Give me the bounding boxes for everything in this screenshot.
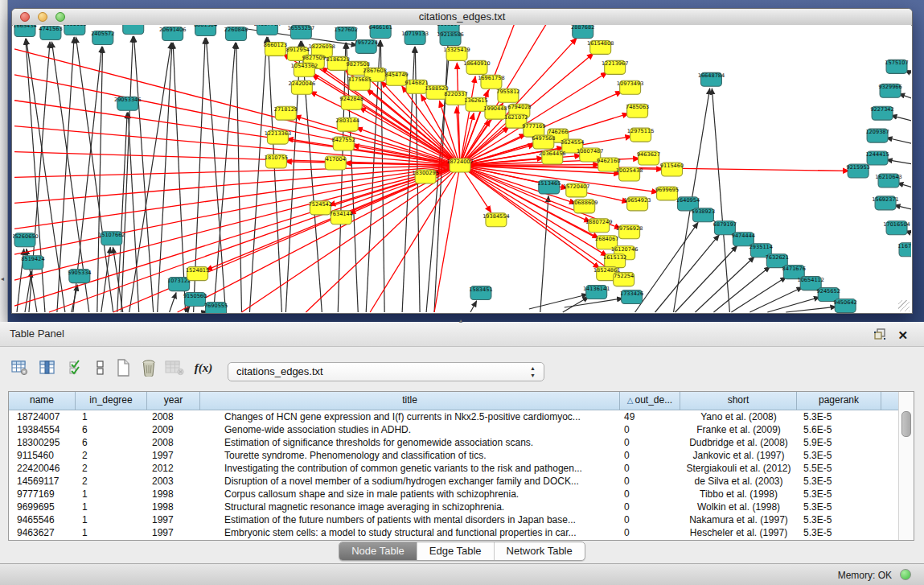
graph-node[interactable]: 19654923 — [624, 197, 651, 211]
graph-node[interactable]: 7955812 — [496, 89, 519, 102]
graph-node[interactable]: 18724007 — [446, 159, 474, 172]
graph-node[interactable]: 19756928 — [616, 225, 643, 239]
table-settings-icon[interactable] — [10, 357, 31, 378]
graph-node[interactable]: 9699695 — [655, 187, 679, 200]
graph-node[interactable]: 1583451 — [469, 286, 492, 300]
window-titlebar[interactable]: citations_edges.txt — [12, 9, 912, 26]
graph-node[interactable]: 2887682 — [571, 25, 594, 38]
table-cell[interactable]: 5.3E-5 — [797, 526, 881, 539]
close-panel-icon[interactable]: ✕ — [897, 329, 908, 342]
graph-node[interactable]: 7485063 — [626, 104, 649, 117]
table-cell[interactable]: 1997 — [147, 513, 200, 526]
graph-node[interactable]: 8427552 — [332, 137, 355, 150]
graph-node[interactable]: 22420046 — [289, 80, 316, 94]
table-cell[interactable]: 0 — [620, 526, 680, 539]
graph-node[interactable]: 6497568 — [532, 135, 555, 149]
graph-node[interactable]: 9215953 — [846, 164, 869, 178]
table-cell[interactable]: 5.3E-5 — [797, 501, 881, 513]
tab-network-table[interactable]: Network Table — [494, 542, 585, 560]
graph-node[interactable]: 16154808 — [587, 40, 614, 54]
graph-node[interactable]: 20364456 — [539, 150, 566, 164]
table-cell[interactable]: 1998 — [147, 488, 200, 501]
table-cell[interactable]: 1998 — [147, 501, 200, 513]
graph-node[interactable]: 1615132 — [603, 254, 626, 268]
table-cell[interactable]: 1997 — [147, 449, 200, 462]
table-cell[interactable]: 9115460 — [9, 449, 76, 462]
graph-node[interactable]: 29053346 — [114, 97, 142, 110]
graph-node[interactable]: 12213967 — [602, 60, 629, 74]
graph-node[interactable]: 7957224 — [355, 39, 378, 53]
table-cell[interactable]: 1 — [76, 526, 147, 539]
table-row[interactable]: 2242004622012Investigating the contribut… — [9, 462, 914, 475]
table-cell[interactable]: 2009 — [147, 423, 200, 436]
table-cell[interactable]: Estimation of significance thresholds fo… — [200, 436, 620, 449]
table-row[interactable]: 946554611997Estimation of the future num… — [9, 513, 914, 526]
table-cell[interactable]: Stergiakouli et al. (2012) — [680, 462, 797, 475]
graph-node[interactable]: 10719133 — [401, 31, 429, 44]
graph-node[interactable]: 9115460 — [660, 163, 684, 176]
table-cell[interactable]: 2008 — [147, 436, 200, 449]
graph-node[interactable]: 15107662 — [98, 232, 125, 245]
graph-node[interactable]: 18807249 — [585, 219, 613, 233]
column-header-year[interactable]: year — [147, 392, 200, 410]
graph-node[interactable]: 1209387 — [865, 129, 889, 142]
graph-node[interactable]: 14136141 — [583, 286, 610, 299]
graph-node[interactable]: 16553257 — [288, 25, 315, 39]
new-file-icon[interactable] — [113, 357, 133, 378]
graph-node[interactable]: 3175685 — [348, 76, 372, 90]
table-cell[interactable]: 49 — [620, 410, 680, 423]
graph-node[interactable]: 16961758 — [478, 75, 505, 89]
graph-node[interactable]: 4741563 — [39, 26, 62, 39]
graph-node[interactable]: 1513465 — [537, 180, 561, 194]
column-header-in-degree[interactable]: in_degree — [76, 392, 147, 410]
table-cell[interactable]: 5.3E-5 — [797, 410, 881, 423]
table-cell[interactable]: 9465546 — [9, 513, 76, 526]
table-cell[interactable]: 2012 — [147, 462, 200, 475]
graph-node[interactable]: 9150560 — [183, 293, 207, 307]
table-row[interactable]: 977716911998Corpus callosum shape and si… — [9, 488, 914, 501]
graph-node[interactable]: 12213363 — [265, 130, 292, 144]
panel-collapse-arrow-icon[interactable]: ◂ — [1, 275, 4, 282]
table-cell[interactable]: Embryonic stem cells: a model to study s… — [200, 526, 620, 539]
table-cell[interactable]: Dudbridge et al. (2008) — [680, 436, 797, 449]
table-cell[interactable]: 5.3E-5 — [797, 488, 881, 501]
table-cell[interactable]: de Silva et al. (2003) — [680, 475, 797, 488]
graph-node[interactable]: 1244415 — [865, 151, 889, 165]
graph-node[interactable]: 2260848 — [224, 27, 248, 40]
graph-node[interactable]: 1524815 — [186, 267, 209, 281]
network-canvas[interactable]: 1665434 4741563 9560155 2405572 1065532 … — [13, 25, 911, 313]
graph-node[interactable]: 9450642 — [833, 299, 856, 313]
graph-node[interactable]: 9463627 — [637, 151, 660, 165]
graph-node[interactable]: 9242848 — [340, 96, 363, 109]
minimize-window-button[interactable] — [38, 12, 47, 22]
table-cell[interactable]: 5.3E-5 — [797, 513, 881, 526]
table-cell[interactable]: 6 — [76, 436, 147, 449]
table-cell[interactable]: 5.9E-5 — [797, 436, 881, 449]
side-panel-splitter[interactable]: ◂ — [0, 0, 8, 322]
graph-node[interactable]: 417004 — [325, 156, 346, 170]
graph-node[interactable]: 15720407 — [563, 183, 590, 197]
graph-node[interactable]: 15692371 — [872, 196, 899, 210]
table-cell[interactable]: 1 — [76, 488, 147, 501]
graph-node[interactable]: 10025438 — [616, 167, 643, 181]
graph-node[interactable]: 9227342 — [870, 106, 893, 120]
column-header-out-de[interactable]: △out_de... — [620, 392, 680, 410]
zoom-window-button[interactable] — [55, 12, 65, 22]
graph-node[interactable]: 13325419 — [443, 47, 470, 60]
graph-node[interactable]: 25260650 — [13, 233, 39, 247]
table-cell[interactable]: 5.5E-5 — [797, 462, 881, 475]
table-cell[interactable]: Jankovic et al. (1997) — [680, 449, 797, 462]
delete-icon[interactable] — [138, 357, 159, 378]
table-cell[interactable]: 22420046 — [9, 462, 76, 475]
graph-node[interactable]: 1665434 — [13, 25, 36, 36]
table-cell[interactable]: Nakamura et al. (1997) — [680, 513, 797, 526]
table-cell[interactable]: 5.3E-5 — [797, 449, 881, 462]
graph-node[interactable]: 1527602 — [335, 27, 358, 40]
graph-node[interactable]: 8660123 — [264, 42, 287, 56]
table-selector-dropdown[interactable]: citations_edges.txt ▲▼ — [228, 362, 544, 381]
table-cell[interactable]: 6 — [76, 423, 147, 436]
float-panel-icon[interactable] — [873, 328, 886, 344]
table-cell[interactable]: Investigating the contribution of common… — [200, 462, 620, 475]
table-cell[interactable]: 0 — [620, 449, 680, 462]
graph-node[interactable]: 12975115 — [627, 128, 655, 142]
